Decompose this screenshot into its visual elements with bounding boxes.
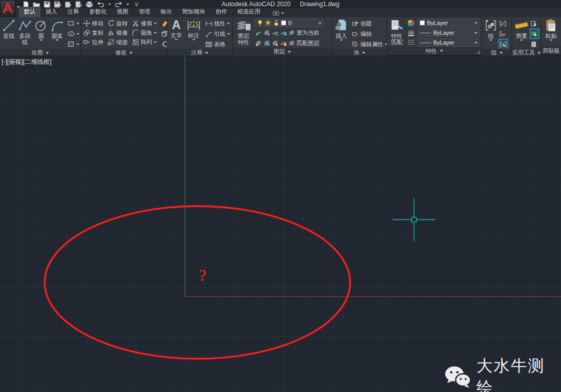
layer-dropdown[interactable]: 0 bbox=[255, 19, 324, 27]
tab-featured-apps[interactable]: 精选应用 bbox=[232, 7, 265, 17]
edit-block-button[interactable]: 编辑 bbox=[352, 29, 388, 38]
text-label: 文字 bbox=[170, 32, 182, 38]
quick-select-button[interactable] bbox=[530, 19, 539, 28]
trim-caret-icon[interactable] bbox=[154, 23, 157, 24]
group-label: 组 bbox=[488, 33, 494, 39]
array-button[interactable]: 阵列 bbox=[132, 37, 157, 47]
ellipse-button[interactable] bbox=[68, 29, 79, 38]
tab-manage[interactable]: 管理 bbox=[133, 7, 155, 17]
properties-panel-title[interactable]: 特性 bbox=[387, 47, 482, 55]
rotate-button[interactable]: 旋转 bbox=[108, 19, 128, 28]
layer-edit-icon bbox=[263, 40, 270, 46]
lineweight-icon[interactable] bbox=[407, 30, 415, 36]
paste-caret-icon[interactable] bbox=[550, 39, 553, 41]
drawing-canvas[interactable]: [-][俯视][二维线框] ? bbox=[0, 56, 561, 392]
linear-label: 线性 bbox=[214, 20, 225, 28]
tab-default[interactable]: 默认 bbox=[19, 7, 41, 17]
tab-parametric[interactable]: 参数化 bbox=[84, 7, 112, 17]
redo-caret-icon[interactable] bbox=[126, 4, 129, 5]
tab-addins[interactable]: 附加模块 bbox=[177, 7, 210, 17]
tab-collaborate[interactable]: 协作 bbox=[210, 7, 232, 17]
edit-attr-button[interactable]: 编辑属性 bbox=[352, 39, 388, 49]
ribbon-state-caret-icon bbox=[281, 12, 284, 14]
properties-launcher-icon[interactable] bbox=[476, 50, 480, 53]
ungroup-button[interactable] bbox=[499, 19, 507, 28]
ribbon-display-toggle[interactable] bbox=[273, 11, 284, 17]
polyline-button[interactable]: 多段线 bbox=[18, 19, 32, 45]
tab-annotate[interactable]: 注释 bbox=[62, 7, 84, 17]
mirror-button[interactable]: 镜像 bbox=[108, 28, 128, 37]
match-layer-button[interactable]: 匹配图层 bbox=[255, 38, 330, 48]
set-current-layer-button[interactable]: 置为当前 bbox=[255, 28, 330, 37]
group-edit-button[interactable] bbox=[499, 29, 507, 38]
linear-button[interactable]: 线性 bbox=[205, 19, 230, 28]
layer-match-icon bbox=[288, 40, 295, 46]
table-button[interactable]: 表格 bbox=[205, 39, 230, 49]
panel-group: 组 组 bbox=[482, 17, 512, 55]
arc-caret-icon[interactable] bbox=[56, 39, 59, 41]
layers-panel-title[interactable]: 图层 bbox=[233, 48, 332, 56]
dimension-button[interactable]: 标注 bbox=[186, 19, 202, 40]
insert-block-button[interactable]: 插入 bbox=[335, 19, 348, 41]
fillet-caret-icon[interactable] bbox=[154, 32, 157, 34]
undo-caret-icon[interactable] bbox=[108, 4, 111, 5]
group-button[interactable]: 组 bbox=[484, 19, 498, 41]
tab-view[interactable]: 视图 bbox=[112, 7, 133, 17]
create-block-button[interactable]: 创建 bbox=[352, 19, 388, 28]
measure-icon bbox=[514, 19, 529, 32]
clipboard-panel-label: 剪贴板 bbox=[543, 47, 560, 55]
list-button[interactable] bbox=[530, 39, 539, 49]
circle-button[interactable]: 圆 bbox=[34, 19, 48, 41]
panel-clipboard: 粘贴 剪贴板 bbox=[541, 17, 561, 55]
leader-caret-icon[interactable] bbox=[227, 33, 230, 35]
tab-insert[interactable]: 插入 bbox=[41, 7, 62, 17]
panel-utilities: 测量 实用工具 bbox=[512, 17, 541, 55]
paste-button[interactable]: 粘贴 bbox=[543, 19, 559, 41]
copy-label: 复制 bbox=[92, 29, 103, 37]
lineweight-dropdown[interactable]: ByLayer bbox=[418, 29, 479, 37]
linear-caret-icon[interactable] bbox=[227, 23, 230, 24]
copy-button[interactable]: 复制 bbox=[83, 28, 103, 37]
fillet-button[interactable]: 圆角 bbox=[132, 28, 157, 37]
quick-calc-button[interactable] bbox=[530, 29, 539, 38]
group-selection-toggle[interactable] bbox=[499, 39, 507, 49]
text-caret-icon[interactable] bbox=[175, 39, 178, 40]
color-wheel-icon[interactable] bbox=[407, 19, 415, 27]
arc-button[interactable]: 圆弧 bbox=[50, 19, 64, 41]
move-button[interactable]: 移动 bbox=[83, 19, 103, 28]
quick-select-icon bbox=[530, 20, 538, 27]
create-block-label: 创建 bbox=[360, 20, 372, 28]
linetype-icon[interactable] bbox=[407, 39, 415, 46]
group-select-icon bbox=[500, 41, 507, 48]
group-caret-icon[interactable] bbox=[489, 39, 492, 41]
line-icon bbox=[2, 19, 16, 32]
ellipse-entity[interactable] bbox=[45, 206, 350, 359]
logo-caret-icon[interactable] bbox=[17, 6, 20, 8]
insert-caret-icon[interactable] bbox=[340, 39, 343, 41]
line-button[interactable]: 直线 bbox=[2, 19, 16, 39]
rectangle-button[interactable] bbox=[68, 19, 79, 28]
linetype-dropdown[interactable]: ByLayer bbox=[418, 38, 479, 47]
trim-button[interactable]: 修剪 bbox=[132, 19, 157, 28]
leader-button[interactable]: 引线 bbox=[205, 29, 230, 38]
circle-caret-icon[interactable] bbox=[39, 39, 43, 41]
stretch-button[interactable]: 拉伸 bbox=[83, 37, 103, 47]
hatch-button[interactable] bbox=[68, 39, 79, 49]
layer-dropdown-caret-icon[interactable] bbox=[318, 22, 322, 24]
match-properties-button[interactable]: 特性匹配 bbox=[389, 19, 405, 45]
panel-modify: 移动 复制 拉伸 旋转 bbox=[81, 17, 167, 55]
insert-label: 插入 bbox=[336, 33, 347, 39]
array-caret-icon[interactable] bbox=[154, 42, 157, 43]
scale-button[interactable]: 缩放 bbox=[108, 37, 128, 47]
text-button[interactable]: A 文字 bbox=[169, 19, 183, 40]
autocad-logo[interactable] bbox=[0, 0, 16, 17]
measure-button[interactable]: 测量 bbox=[514, 19, 529, 41]
qat-customize-icon[interactable] bbox=[134, 2, 139, 7]
clipboard-panel-title[interactable]: 剪贴板 bbox=[541, 46, 561, 55]
color-dropdown[interactable]: ByLayer bbox=[418, 19, 479, 27]
layer-properties-button[interactable]: 图层特性 bbox=[235, 19, 252, 45]
measure-caret-icon[interactable] bbox=[520, 39, 523, 41]
doc-title: Drawing1.dwg bbox=[300, 1, 339, 8]
dimension-caret-icon[interactable] bbox=[192, 39, 195, 40]
tab-output[interactable]: 输出 bbox=[155, 7, 177, 17]
